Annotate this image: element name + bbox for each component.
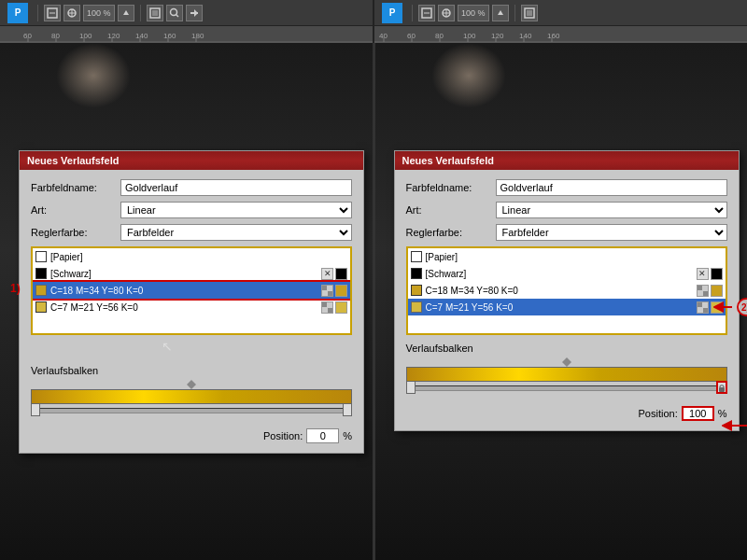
svg-text:120: 120 [491, 32, 504, 40]
zoom-btn-right[interactable] [492, 5, 509, 21]
toolbar-icon-r2[interactable] [438, 5, 455, 21]
svg-point-8 [170, 8, 176, 15]
color-item-schwarz-right[interactable]: [Schwarz] ✕ [408, 265, 726, 282]
annotation-1: 1) [10, 282, 21, 295]
color-list-outer-left: 1) [Papier] [Schwarz] [31, 246, 352, 335]
slider-handle-right-left[interactable] [343, 403, 352, 416]
reglerfarbe-select-right[interactable]: Farbfelder [496, 224, 727, 241]
color-item-papier-right[interactable]: [Papier] [408, 248, 726, 265]
swatch-c18-right [411, 285, 422, 296]
c18-icons-left [321, 285, 347, 297]
position-label-left: Position: [263, 430, 303, 441]
color-name-c18-right: C=18 M=34 Y=80 K=0 [426, 286, 697, 296]
color-name-schwarz-left: [Schwarz] [50, 269, 321, 279]
color-name-c7-right: C=7 M=21 Y=56 K=0 [426, 302, 697, 313]
schwarz-icons-right: ✕ [697, 268, 723, 280]
slider-handle-left-right[interactable] [406, 381, 416, 394]
zoom-btn-left[interactable] [118, 5, 134, 21]
colored-icon-c18-left [335, 285, 347, 297]
art-row-left: Art: Linear [31, 202, 352, 218]
dialog-left: Neues Verlaufsfeld Farbfeldname: Art: Li… [19, 150, 364, 454]
toolbar-icon-r1[interactable] [418, 5, 435, 21]
farbfeldname-row-left: Farbfeldname: [31, 179, 352, 196]
slider-row-right [406, 385, 727, 400]
toolbar-icon-1[interactable] [44, 5, 61, 21]
art-select-left[interactable]: Linear [120, 202, 352, 218]
slider-track-left[interactable] [31, 408, 352, 413]
svg-text:140: 140 [519, 32, 532, 40]
grad-diamond-right [562, 357, 571, 369]
color-list-right[interactable]: [Papier] [Schwarz] ✕ [406, 246, 727, 335]
toolbar-icon-4[interactable] [166, 5, 183, 21]
annotation-2-container: 2) [713, 298, 748, 316]
dialog-right-content: Farbfeldname: Art: Linear Reglerfarbe: [395, 170, 739, 430]
dialog-right-titlebar: Neues Verlaufsfeld [395, 151, 739, 170]
gradient-bar-right [406, 367, 727, 382]
slider-handle-left-left[interactable] [31, 403, 40, 416]
zoom-display-left[interactable]: 100 % [83, 5, 115, 21]
color-item-c18-right[interactable]: C=18 M=34 Y=80 K=0 [408, 282, 726, 299]
slider-handle-right-right[interactable] [716, 381, 727, 394]
farbfeldname-input-left[interactable] [120, 179, 352, 196]
svg-rect-19 [527, 10, 532, 16]
svg-rect-36 [374, 26, 747, 43]
color-item-c7-right[interactable]: C=7 M=21 Y=56 K=0 [408, 299, 726, 315]
glass-top-right [431, 43, 506, 108]
svg-text:120: 120 [107, 32, 120, 40]
svg-rect-55 [719, 387, 725, 392]
position-row-right: Position: % 3) [406, 406, 727, 421]
swatch-c7-left [35, 301, 47, 313]
swatch-c18-left [35, 285, 47, 296]
main-area: Neues Verlaufsfeld Farbfeldname: Art: Li… [0, 43, 747, 560]
color-item-c7-left[interactable]: C=7 M=21 Y=56 K=0 [33, 299, 350, 315]
toolbar-icon-2[interactable] [63, 5, 80, 21]
swatch-papier-right [411, 251, 422, 262]
svg-rect-7 [152, 10, 158, 16]
color-list-left[interactable]: [Papier] [Schwarz] ✕ [31, 246, 352, 335]
gradient-section-left: Verlaufsbalken [31, 365, 352, 443]
art-row-right: Art: Linear [406, 202, 727, 218]
zoom-display-right[interactable]: 100 % [458, 5, 489, 21]
gradient-section-right: Verlaufsbalken [406, 343, 727, 421]
color-item-papier-left[interactable]: [Papier] [33, 248, 350, 265]
ps-icon-left: P [7, 3, 28, 23]
position-input-left[interactable] [306, 428, 339, 443]
toolbar-icon-5[interactable] [186, 5, 203, 21]
cursor-left: ↖ [162, 339, 173, 354]
colored-icon-c7-left [335, 301, 347, 314]
color-item-schwarz-left[interactable]: [Schwarz] ✕ [33, 265, 350, 282]
ruler-right: 40 60 80 100 120 140 160 [374, 26, 747, 43]
grid-icon-c18-left [321, 285, 333, 297]
x-icon-schwarz-left: ✕ [321, 268, 333, 280]
svg-text:140: 140 [135, 32, 148, 40]
gradient-bar-left [31, 389, 352, 404]
color-name-papier-left: [Papier] [50, 252, 347, 262]
farbfeldname-label-right: Farbfeldname: [406, 182, 490, 193]
ruler-svg-right: 40 60 80 100 120 140 160 [374, 26, 747, 43]
ruler-svg-left: 60 80 100 120 140 160 180 [0, 26, 373, 43]
colored-icon-c18-right [711, 285, 723, 297]
color-name-schwarz-right: [Schwarz] [426, 269, 697, 279]
svg-marker-5 [123, 10, 129, 15]
grad-pointer-row-right [406, 357, 727, 367]
reglerfarbe-label-right: Reglerfarbe: [406, 227, 490, 238]
gradient-label-row-right: Verlaufsbalken [406, 343, 727, 354]
position-input-right[interactable] [682, 406, 714, 421]
reglerfarbe-label-left: Reglerfarbe: [31, 227, 115, 238]
grid-icon-c7-right [697, 301, 709, 314]
toolbar-icon-r3[interactable] [521, 5, 538, 21]
art-select-right[interactable]: Linear [496, 202, 727, 218]
color-item-c18-left[interactable]: C=18 M=34 Y=80 K=0 [33, 282, 350, 299]
position-suffix-left: % [343, 430, 352, 441]
farbfeldname-input-right[interactable] [496, 179, 727, 196]
toolbar-icon-3[interactable] [147, 5, 163, 21]
colored-icon-schwarz-left [335, 268, 347, 280]
workspace: P 100 % [0, 0, 747, 560]
divider [37, 5, 38, 21]
reglerfarbe-select-left[interactable]: Farbfelder [120, 224, 352, 241]
slider-track-right[interactable] [406, 385, 727, 391]
zoom-value-left: 100 % [87, 8, 111, 18]
schwarz-icons-left: ✕ [321, 268, 347, 280]
glass-top-left [56, 43, 131, 108]
panel-right: Neues Verlaufsfeld Farbfeldname: Art: Li… [375, 43, 748, 560]
